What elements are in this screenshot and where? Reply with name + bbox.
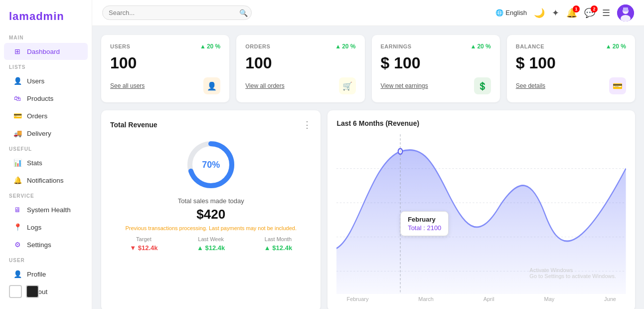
donut-label: 70%	[202, 160, 220, 170]
sales-today-label: Total sales made today	[110, 197, 312, 205]
chart-card: Last 6 Months (Revenue)	[327, 110, 635, 309]
x-label-jun: June	[604, 296, 616, 302]
dashboard-icon: ⊞	[13, 47, 22, 56]
stat-footer: View net earnings 💲	[381, 77, 491, 94]
stat-change: ▲ 20 %	[200, 43, 220, 50]
metric-last-week: Last Week ▲ $12.4k	[177, 236, 245, 252]
dashboard: USERS ▲ 20 % 100 See all users 👤 ORDERS …	[92, 26, 644, 309]
earnings-stat-icon: 💲	[474, 77, 491, 94]
metric-value: ▲ $12.4k	[177, 244, 245, 252]
revenue-card-header: Total Revenue ⋮	[110, 119, 312, 130]
logs-icon: 📍	[13, 223, 22, 232]
metric-last-month: Last Month ▲ $12.4k	[245, 236, 312, 252]
stat-card-users: USERS ▲ 20 % 100 See all users 👤	[101, 35, 229, 102]
stat-link[interactable]: View net earnings	[381, 82, 428, 89]
sidebar-item-delivery[interactable]: 🚚 Delivery	[4, 125, 88, 142]
users-stat-icon: 👤	[203, 77, 220, 94]
user-icon: 👤	[13, 76, 22, 85]
language-label: English	[505, 9, 527, 16]
x-label-mar: March	[418, 296, 434, 302]
section-useful: USEFUL	[0, 142, 92, 154]
stat-card-header: USERS ▲ 20 %	[110, 43, 220, 50]
stat-value: 100	[245, 54, 355, 72]
sidebar-item-notifications[interactable]: 🔔 Notifications	[4, 172, 88, 189]
notifications-icon: 🔔	[13, 176, 22, 185]
main-content: 🔍 🌐 English 🌙 ✦ 🔔 1 💬 2 ☰	[92, 0, 644, 309]
metrics-row: Target ▼ $12.4k Last Week ▲ $12.4k Last …	[110, 236, 312, 252]
theme-switcher	[0, 279, 48, 304]
sales-today-value: $420	[110, 207, 312, 222]
section-user: USER	[0, 254, 92, 265]
stat-value: 100	[110, 54, 220, 72]
sidebar-item-settings[interactable]: ⚙ Settings	[4, 236, 88, 253]
stat-card-header: EARNINGS ▲ 20 %	[381, 43, 491, 50]
revenue-chart-svg	[336, 134, 626, 294]
donut-chart: 70%	[183, 137, 238, 192]
search-bar: 🔍	[102, 5, 252, 20]
sidebar-item-label: Logs	[27, 224, 41, 231]
sidebar-item-logs[interactable]: 📍 Logs	[4, 219, 88, 236]
sidebar-item-products[interactable]: 🛍 Products	[4, 90, 88, 107]
section-service: SERVICE	[0, 189, 92, 201]
metric-target: Target ▼ $12.4k	[110, 236, 177, 252]
sidebar: lamadmin MAIN ⊞ Dashboard LISTS 👤 Users …	[0, 0, 92, 309]
user-avatar[interactable]	[617, 4, 634, 21]
stat-card-header: BALANCE ▲ 20 %	[516, 43, 626, 50]
metric-value: ▼ $12.4k	[110, 244, 177, 252]
stat-link[interactable]: View all orders	[245, 82, 284, 89]
x-label-may: May	[544, 296, 555, 302]
stat-card-balance: BALANCE ▲ 20 % $ 100 See details 💳	[507, 35, 635, 102]
dark-mode-toggle[interactable]: 🌙	[534, 7, 545, 18]
notifications-button[interactable]: 🔔 1	[566, 7, 577, 18]
x-label-feb: February	[346, 296, 368, 302]
sidebar-item-label: Settings	[27, 241, 51, 249]
dark-theme-button[interactable]	[26, 285, 39, 298]
stat-title: EARNINGS	[381, 43, 412, 49]
header-actions: 🌐 English 🌙 ✦ 🔔 1 💬 2 ☰	[495, 4, 634, 21]
sidebar-item-label: Products	[27, 95, 53, 102]
search-input[interactable]	[102, 5, 252, 20]
stat-change: ▲ 20 %	[471, 43, 491, 50]
globe-icon: 🌐	[495, 9, 503, 16]
stat-change: ▲ 20 %	[606, 43, 626, 50]
stats-row: USERS ▲ 20 % 100 See all users 👤 ORDERS …	[101, 35, 635, 102]
stat-link[interactable]: See all users	[110, 82, 145, 89]
messages-button[interactable]: 💬 2	[584, 7, 595, 18]
products-icon: 🛍	[13, 94, 22, 103]
sidebar-item-stats[interactable]: 📊 Stats	[4, 154, 88, 171]
search-button[interactable]: 🔍	[239, 9, 248, 17]
settings-icon: ⚙	[13, 240, 22, 249]
menu-button[interactable]: ☰	[602, 7, 610, 18]
sidebar-item-users[interactable]: 👤 Users	[4, 72, 88, 89]
chart-area: February Total : 2100 Activate WindowsGo…	[336, 134, 626, 294]
orders-stat-icon: 🛒	[339, 77, 356, 94]
sales-note: Previous transactions processing. Last p…	[110, 225, 312, 231]
sidebar-item-label: Dashboard	[27, 48, 60, 55]
section-main: MAIN	[0, 31, 92, 42]
stat-footer: View all orders 🛒	[245, 77, 355, 94]
stat-change: ▲ 20 %	[335, 43, 355, 50]
sidebar-item-label: Stats	[27, 159, 42, 167]
customize-button[interactable]: ✦	[552, 7, 559, 18]
sidebar-item-orders[interactable]: 💳 Orders	[4, 107, 88, 124]
chart-card-header: Last 6 Months (Revenue)	[336, 119, 626, 127]
light-theme-button[interactable]	[9, 285, 22, 298]
system-health-icon: 🖥	[13, 205, 22, 214]
stat-link[interactable]: See details	[516, 82, 545, 89]
stat-card-orders: ORDERS ▲ 20 % 100 View all orders 🛒	[236, 35, 364, 102]
stat-title: ORDERS	[245, 43, 270, 49]
stat-title: USERS	[110, 43, 130, 49]
sidebar-item-label: Delivery	[27, 130, 51, 137]
section-lists: LISTS	[0, 60, 92, 72]
x-label-apr: April	[483, 296, 494, 302]
chart-x-labels: February March April May June	[336, 294, 626, 302]
header: 🔍 🌐 English 🌙 ✦ 🔔 1 💬 2 ☰	[92, 0, 644, 26]
sidebar-item-system-health[interactable]: 🖥 System Health	[4, 201, 88, 218]
message-badge: 2	[591, 5, 598, 12]
sidebar-item-dashboard[interactable]: ⊞ Dashboard	[4, 43, 88, 60]
more-options-button[interactable]: ⋮	[303, 119, 312, 130]
chart-title: Last 6 Months (Revenue)	[336, 119, 419, 127]
language-selector[interactable]: 🌐 English	[495, 9, 527, 16]
stat-value: $ 100	[516, 54, 626, 72]
sidebar-item-label: Notifications	[27, 177, 64, 184]
